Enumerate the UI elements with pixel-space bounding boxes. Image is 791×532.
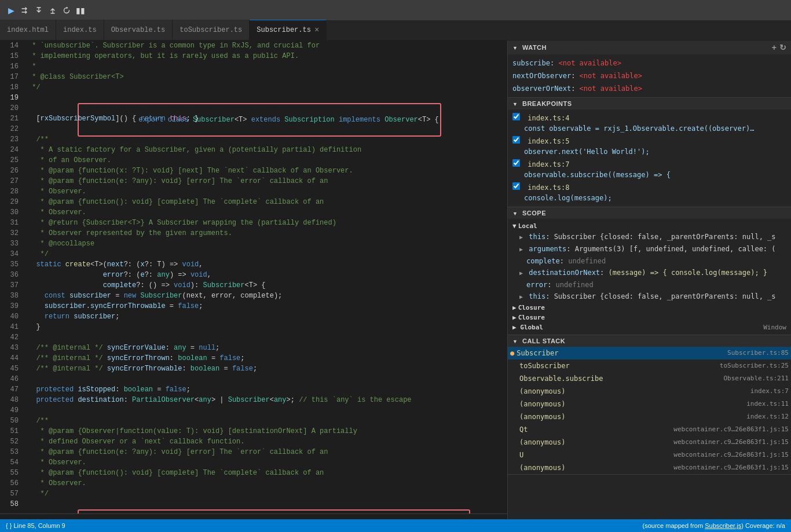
watch-add-icon[interactable]: +: [772, 43, 777, 52]
callstack-item-anon3[interactable]: (anonymous) index.ts:12: [508, 410, 791, 423]
scope-local-arrow-icon: ▼: [512, 222, 517, 230]
step-over-button[interactable]: [19, 4, 31, 17]
code-line: * @nocollapse: [28, 239, 507, 249]
step-into-button[interactable]: [32, 4, 45, 17]
code-line: }: [28, 322, 507, 332]
code-line: *: [28, 61, 507, 72]
code-line: * Observer.: [28, 457, 507, 468]
scope-expand-icon[interactable]: ▶: [519, 270, 523, 276]
bp-arrow-icon: ▼: [512, 101, 518, 107]
tab-observable-ts[interactable]: Observable.ts: [104, 20, 173, 40]
code-line: * @param {function(e: ?any): void} [erro…: [28, 176, 507, 186]
status-bar: { } Line 85, Column 9 (source mapped fro…: [0, 519, 791, 532]
scope-closure2-arrow-icon: ▶: [512, 314, 517, 321]
scope-destinationOrNext: ▶ destinationOrNext: (message) => { cons…: [519, 267, 786, 279]
scope-content: ▼ Local ▶ this: Subscriber {closed: fals…: [508, 219, 791, 335]
code-lines: * `unsubscribe`. Subscriber is a common …: [23, 41, 507, 509]
scope-this2: ▶ this: Subscriber {closed: false, _pare…: [519, 291, 786, 303]
code-line: * Observer.: [28, 186, 507, 197]
code-line: static create<T>(next?: (x?: T) => void,: [28, 259, 507, 270]
code-line: * @return {Subscriber<T>} A Subscriber w…: [28, 218, 507, 228]
code-line: [28, 332, 507, 343]
tab-subscriber-ts[interactable]: Subscriber.ts ×: [250, 20, 327, 40]
scope-header[interactable]: ▼ Scope: [508, 207, 791, 219]
code-line: * defined Observer or a `next` callback …: [28, 436, 507, 447]
tab-close-icon[interactable]: ×: [314, 26, 319, 34]
scope-expand-icon[interactable]: ▶: [519, 234, 523, 240]
bp-checkbox-1[interactable]: [512, 113, 520, 120]
cs-title: Call Stack: [522, 337, 565, 344]
code-line-58: constructor(destinationOrNext?: PartialO…: [28, 499, 507, 509]
callstack-item-subscriber[interactable]: ●Subscriber Subscriber.ts:85: [508, 347, 791, 359]
callstack-header[interactable]: ▼ Call Stack: [508, 335, 791, 347]
code-line: error?: (e?: any) => void,: [28, 270, 507, 280]
code-line: * Observer.: [28, 478, 507, 489]
breakpoints-header[interactable]: ▼ Breakpoints: [508, 98, 791, 109]
continue-button[interactable]: ▶: [5, 4, 17, 17]
code-line: * of an Observer.: [28, 155, 507, 166]
scope-arrow-icon: ▼: [512, 211, 518, 217]
code-line: * `unsubscribe`. Subscriber is a common …: [28, 41, 507, 51]
callstack-item-anon5[interactable]: (anonymous) webcontainer.c9…26e863f1.js:…: [508, 461, 791, 474]
callstack-content: ●Subscriber Subscriber.ts:85 toSubscribe…: [508, 347, 791, 474]
callstack-item-qt[interactable]: Qt webcontainer.c9…26e863f1.js:15: [508, 423, 791, 436]
code-line: /** @internal */ syncErrorValue: any = n…: [28, 343, 507, 353]
bp-item-3: index.ts:7 observable.subscribe((message…: [512, 158, 786, 181]
callstack-item-anon1[interactable]: (anonymous) index.ts:7: [508, 385, 791, 398]
scope-local-label[interactable]: ▼ Local: [512, 221, 786, 231]
bp-content: index.ts:4 const observable = rxjs_1.Obs…: [508, 109, 791, 207]
callstack-item-anon2[interactable]: (anonymous) index.ts:11: [508, 398, 791, 410]
scope-expand-icon[interactable]: ▶: [519, 246, 523, 252]
cs-arrow-icon: ▼: [512, 339, 518, 344]
watch-arrow-icon: ▼: [512, 45, 518, 51]
code-line: /**: [28, 416, 507, 426]
code-line: /** @internal */ syncErrorThrowable: boo…: [28, 364, 507, 374]
watch-title: Watch: [522, 44, 547, 51]
restart-button[interactable]: [60, 4, 73, 17]
disconnect-button[interactable]: ▮▮: [74, 4, 87, 17]
callstack-item-u[interactable]: U webcontainer.c9…26e863f1.js:15: [508, 449, 791, 461]
code-scroll[interactable]: 1415161718 19 2021222324 2526272829 3031…: [0, 41, 507, 513]
callstack-item-observablesubscribe[interactable]: Observable.subscribe Observable.ts:211: [508, 372, 791, 385]
line-numbers: 1415161718 19 2021222324 2526272829 3031…: [0, 41, 23, 509]
bp-checkbox-4[interactable]: [512, 182, 520, 190]
tab-index-html[interactable]: index.html: [0, 20, 56, 40]
scope-closure2-label[interactable]: ▶ Closure: [512, 313, 786, 322]
code-line: */: [28, 249, 507, 259]
watch-section: ▼ Watch + ↻ subscribe: <not available> n…: [508, 41, 791, 98]
main-area: 1415161718 19 2021222324 2526272829 3031…: [0, 41, 791, 519]
callstack-item-tosubscriber[interactable]: toSubscriber toSubscriber.ts:25: [508, 359, 791, 372]
tab-tosubscriber-ts[interactable]: toSubscriber.ts: [173, 20, 250, 40]
code-line: * @param {function(x: ?T): void} [next] …: [28, 166, 507, 176]
code-hscroll[interactable]: [0, 513, 507, 519]
tab-index-ts[interactable]: index.ts: [56, 20, 104, 40]
callstack-item-anon4[interactable]: (anonymous) webcontainer.c9…26e863f1.js:…: [508, 436, 791, 449]
status-coverage: Coverage: n/a: [745, 522, 785, 529]
watch-refresh-icon[interactable]: ↻: [779, 43, 787, 52]
code-line: * @param {function(e: ?any): void} [erro…: [28, 447, 507, 457]
scope-global-label[interactable]: ▶ Global Window: [512, 322, 786, 332]
scope-closure1-label[interactable]: ▶ Closure: [512, 303, 786, 313]
scope-closure1-arrow-icon: ▶: [512, 304, 517, 311]
status-source-link[interactable]: Subscriber.js: [705, 522, 741, 529]
scope-global-arrow-icon: ▶: [512, 324, 517, 331]
bp-item-2: index.ts:5 observer.next('Hello World!')…: [512, 135, 786, 158]
bp-checkbox-2[interactable]: [512, 136, 520, 144]
tab-label: Observable.ts: [111, 26, 166, 34]
code-line: subscriber.syncErrorThrowable = false;: [28, 301, 507, 311]
code-line: * @param {function(): void} [complete] T…: [28, 197, 507, 207]
debug-scroll[interactable]: ▼ Watch + ↻ subscribe: <not available> n…: [508, 41, 791, 519]
bp-item-1: index.ts:4 const observable = rxjs_1.Obs…: [512, 112, 786, 135]
watch-header[interactable]: ▼ Watch + ↻: [508, 41, 791, 54]
watch-item-nextOrObserver: nextOrObserver: <not available>: [512, 69, 786, 82]
bp-checkbox-3[interactable]: [512, 159, 520, 167]
step-out-button[interactable]: [46, 4, 59, 17]
scope-expand-icon[interactable]: ▶: [519, 293, 523, 300]
code-line: const subscriber = new Subscriber(next, …: [28, 291, 507, 301]
watch-content: subscribe: <not available> nextOrObserve…: [508, 54, 791, 97]
tab-label: index.ts: [63, 26, 97, 34]
status-position: { } Line 85, Column 9: [6, 522, 65, 529]
scope-global-extra: Window: [763, 324, 786, 331]
code-line: [28, 405, 507, 416]
watch-item-subscribe: subscribe: <not available>: [512, 57, 786, 69]
